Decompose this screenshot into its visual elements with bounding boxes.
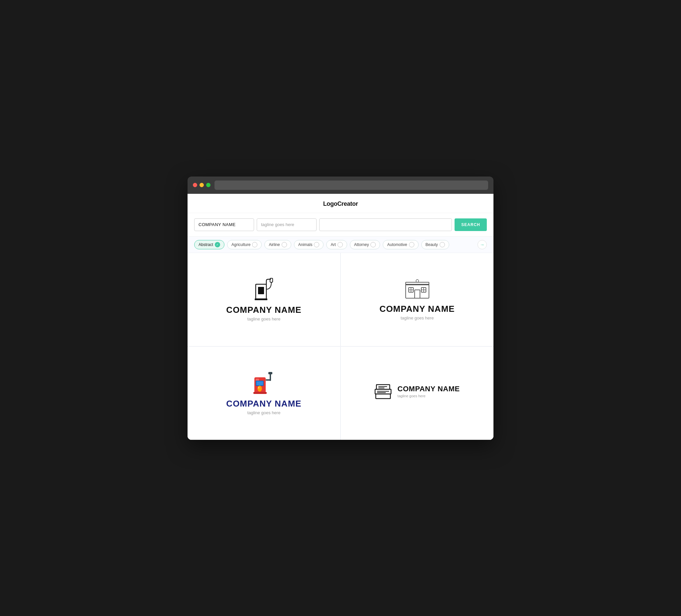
svg-rect-4: [406, 284, 429, 298]
category-label-beauty: Beauty: [426, 242, 438, 247]
logo-icon-gas-pump-color: [253, 371, 275, 394]
svg-point-23: [258, 387, 259, 389]
check-icon-abstract: ✓: [215, 242, 220, 247]
logo-2-tagline: tagline goes here: [401, 315, 434, 320]
check-icon-animals: [314, 242, 319, 247]
logo-icon-store-bw: [404, 278, 431, 300]
check-icon-automotive: [409, 242, 414, 247]
svg-point-13: [416, 280, 419, 282]
minimize-button[interactable]: [200, 183, 204, 187]
check-icon-agriculture: [252, 242, 257, 247]
svg-rect-1: [258, 287, 264, 294]
tagline-input[interactable]: [257, 219, 317, 231]
logo-3-tagline: tagline goes here: [247, 410, 281, 415]
category-label-art: Art: [330, 242, 335, 247]
category-label-abstract: Abstract: [199, 242, 213, 247]
category-chip-attorney[interactable]: Attorney: [350, 240, 380, 249]
app-title: LogoCreator: [323, 201, 358, 207]
svg-rect-18: [253, 392, 267, 394]
logo-grid: COMPANY NAME tagline goes here: [187, 253, 494, 440]
logo-card-3[interactable]: COMPANY NAME tagline goes here: [187, 347, 340, 440]
svg-rect-17: [256, 381, 263, 385]
extra-search-input[interactable]: [319, 219, 452, 231]
logo-4-tagline: tagline goes here: [397, 394, 459, 398]
logo-icon-book: COMPANY NAME tagline goes here: [374, 382, 459, 400]
check-icon-attorney: [371, 242, 376, 247]
logo-card-4[interactable]: COMPANY NAME tagline goes here: [341, 347, 494, 440]
svg-rect-3: [255, 299, 267, 300]
category-chip-abstract[interactable]: Abstract ✓: [194, 240, 224, 249]
logo-icon-gas-pump-bw: [254, 278, 274, 301]
logo-card-2[interactable]: COMPANY NAME tagline goes here: [341, 253, 494, 346]
close-button[interactable]: [193, 183, 197, 187]
search-button[interactable]: SEARCH: [455, 219, 487, 231]
browser-content: LogoCreator SEARCH Abstract ✓ Agricultur…: [187, 194, 494, 440]
categories-bar: Abstract ✓ Agriculture Airline Animals A…: [187, 237, 494, 253]
svg-rect-21: [268, 372, 272, 374]
category-chip-agriculture[interactable]: Agriculture: [227, 240, 262, 249]
category-label-animals: Animals: [298, 242, 312, 247]
logo-2-company-name: COMPANY NAME: [379, 304, 455, 314]
check-icon-airline: [282, 242, 287, 247]
svg-rect-24: [376, 394, 390, 399]
category-chip-beauty[interactable]: Beauty: [421, 240, 449, 249]
svg-rect-6: [415, 290, 420, 298]
logo-1-tagline: tagline goes here: [247, 316, 281, 322]
category-chip-automotive[interactable]: Automotive: [383, 240, 418, 249]
check-icon-beauty: [439, 242, 445, 247]
category-label-attorney: Attorney: [354, 242, 369, 247]
category-label-automotive: Automotive: [387, 242, 407, 247]
logo-3-company-name: COMPANY NAME: [226, 399, 301, 409]
app-header: LogoCreator: [187, 194, 494, 213]
category-chip-art[interactable]: Art: [326, 240, 347, 249]
categories-next-button[interactable]: →: [478, 240, 487, 249]
browser-window: LogoCreator SEARCH Abstract ✓ Agricultur…: [187, 177, 494, 440]
category-chip-airline[interactable]: Airline: [264, 240, 291, 249]
logo-card-1[interactable]: COMPANY NAME tagline goes here: [187, 253, 340, 346]
search-bar: SEARCH: [187, 213, 494, 237]
company-name-input[interactable]: [194, 219, 254, 231]
logo-1-company-name: COMPANY NAME: [226, 305, 301, 315]
category-label-airline: Airline: [269, 242, 280, 247]
logo-4-company-name: COMPANY NAME: [397, 385, 459, 393]
traffic-lights: [193, 183, 210, 187]
maximize-button[interactable]: [206, 183, 210, 187]
browser-toolbar: [187, 177, 494, 194]
category-label-agriculture: Agriculture: [231, 242, 250, 247]
category-chip-animals[interactable]: Animals: [294, 240, 324, 249]
check-icon-art: [337, 242, 343, 247]
url-bar[interactable]: [215, 181, 488, 190]
